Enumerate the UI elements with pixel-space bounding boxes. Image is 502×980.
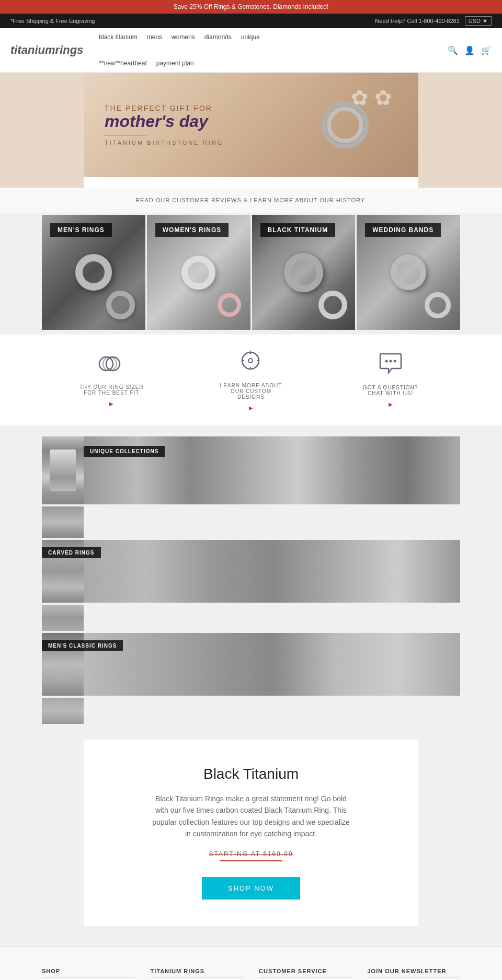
info-card-description: Black Titanium Rings make a great statem… <box>152 793 350 840</box>
svg-point-10 <box>385 360 387 363</box>
svg-point-4 <box>248 359 253 363</box>
reviews-text: READ OUR CUSTOMER REVIEWS & LEARN MORE A… <box>135 197 367 203</box>
logo[interactable]: titaniumrings <box>10 43 83 57</box>
hero-image: ✿ ✿ <box>293 83 397 167</box>
hero-pretitle: The Perfect Gift For <box>105 104 223 112</box>
promo-text: Save 25% Off Rings & Gemstones. Diamonds… <box>174 3 329 10</box>
search-button[interactable]: 🔍 <box>448 45 458 55</box>
feature-ring-sizer-arrow: ▶ <box>109 401 113 407</box>
custom-design-icon <box>239 349 263 377</box>
svg-point-3 <box>242 352 259 369</box>
hero-subtitle: Titanium Birthstone Ring <box>105 140 223 146</box>
shop-now-button[interactable]: SHOP NOW <box>202 877 300 900</box>
collection-unique-row: UNIQUE COLLECTIONS <box>42 436 460 504</box>
info-card-price: STARTING AT $169.99 <box>126 850 376 858</box>
footer-shop: SHOP Womens Mens Diamonds Unique Black T… <box>42 968 135 980</box>
free-shipping-text: *Free Shipping & Free Engraving <box>10 18 95 24</box>
vert-strip-2 <box>42 605 84 631</box>
feature-chat[interactable]: GOT A QUESTION? CHAT WITH US! ▶ <box>357 353 425 407</box>
footer-newsletter-heading: Join Our Newsletter <box>368 968 461 978</box>
footer-customer-service: CUSTOMER SERVICE Email Us FAQ Sizing Gui… <box>259 968 352 980</box>
phone-text: Need Help? Call 1-800-490-8281 <box>375 18 459 24</box>
features-row: TRY OUR RING SIZER FOR THE BEST FIT ▶ LE… <box>0 334 502 426</box>
feature-custom-arrow: ▶ <box>249 405 253 411</box>
footer-shop-heading: SHOP <box>42 968 135 978</box>
hero-ring-2 <box>327 107 363 143</box>
nav-heartbeat[interactable]: **new**heartbeat <box>99 60 146 67</box>
category-womens[interactable]: WOMEN'S RINGS <box>147 215 250 330</box>
info-card: Black Titanium Black Titanium Rings make… <box>84 740 418 926</box>
category-mens-label: MEN'S RINGS <box>50 223 112 237</box>
unique-collections-tag[interactable]: UNIQUE COLLECTIONS <box>84 446 165 457</box>
collections-section: UNIQUE COLLECTIONS CARVED RINGS MEN'S CL… <box>0 426 502 734</box>
nav-black-titanium[interactable]: black titanium <box>99 33 137 41</box>
category-black-titanium[interactable]: BLACK TITANIUM <box>252 215 356 330</box>
category-black-label: BLACK TITANIUM <box>260 223 336 237</box>
nav-links: black titanium mens womens diamonds uniq… <box>99 33 448 67</box>
feature-chat-arrow: ▶ <box>389 401 393 407</box>
vert-strip-1 <box>42 506 84 538</box>
footer-grid: SHOP Womens Mens Diamonds Unique Black T… <box>42 968 460 980</box>
vert-strip-3 <box>42 698 84 724</box>
hero-bottom-gap <box>84 177 418 188</box>
carved-tag-container: CARVED RINGS <box>42 545 101 558</box>
unique-image-strip <box>42 436 84 504</box>
ring-sizer-icon <box>98 353 124 379</box>
nav-diamonds[interactable]: diamonds <box>204 33 232 41</box>
collection-carved-row: CARVED RINGS <box>42 540 460 603</box>
account-button[interactable]: 👤 <box>464 45 475 55</box>
footer-tr-heading: TITANIUM RINGS <box>151 968 244 978</box>
feature-custom[interactable]: LEARN MORE ABOUT OUR CUSTOM DESIGNS ▶ <box>217 349 285 411</box>
nav-icons: 🔍 👤 🛒 <box>448 45 492 55</box>
category-grid: MEN'S RINGS WOMEN'S RINGS BLACK TITANIUM <box>0 215 502 330</box>
main-nav: titaniumrings black titanium mens womens… <box>0 28 502 73</box>
reviews-bar[interactable]: READ OUR CUSTOMER REVIEWS & LEARN MORE A… <box>0 188 502 213</box>
cart-button[interactable]: 🛒 <box>481 45 492 55</box>
classic-image-wide <box>84 633 460 696</box>
info-card-title: Black Titanium <box>126 766 376 782</box>
info-card-wrapper: Black Titanium Black Titanium Rings make… <box>0 734 502 947</box>
feature-ring-sizer[interactable]: TRY OUR RING SIZER FOR THE BEST FIT ▶ <box>77 353 145 407</box>
hero-divider <box>105 135 146 135</box>
carved-rings-tag[interactable]: CARVED RINGS <box>42 547 101 558</box>
footer-cs-heading: CUSTOMER SERVICE <box>259 968 352 978</box>
hero-banner: The Perfect Gift For mother's day Titani… <box>84 73 418 177</box>
svg-point-11 <box>389 360 392 363</box>
secondary-bar: *Free Shipping & Free Engraving Need Hel… <box>0 14 502 28</box>
nav-womens[interactable]: womens <box>172 33 195 41</box>
hero-ring-stack <box>314 94 376 156</box>
footer-titaniumrings: TITANIUM RINGS Our Workshop Our Story Co… <box>151 968 244 980</box>
nav-mens[interactable]: mens <box>147 33 162 41</box>
carved-image-wide <box>84 540 460 603</box>
category-wedding[interactable]: WEDDING BANDS <box>357 215 460 330</box>
collection-classic-row: MEN'S CLASSIC RINGS <box>42 633 460 696</box>
nav-unique[interactable]: unique <box>241 33 260 41</box>
chat-icon <box>378 353 403 379</box>
feature-ring-sizer-label: TRY OUR RING SIZER FOR THE BEST FIT <box>77 384 145 396</box>
svg-point-2 <box>103 357 117 371</box>
classic-tag-container: MEN'S CLASSIC RINGS <box>42 638 123 651</box>
category-womens-label: WOMEN'S RINGS <box>155 223 229 237</box>
feature-chat-label: GOT A QUESTION? CHAT WITH US! <box>357 385 425 396</box>
unique-tag-container: UNIQUE COLLECTIONS <box>84 444 165 457</box>
category-wedding-label: WEDDING BANDS <box>365 223 441 237</box>
currency-button[interactable]: USD ▼ <box>465 16 492 26</box>
classic-rings-tag[interactable]: MEN'S CLASSIC RINGS <box>42 640 123 651</box>
hero-text: The Perfect Gift For mother's day Titani… <box>105 104 223 146</box>
promo-bar: Save 25% Off Rings & Gemstones. Diamonds… <box>0 0 502 14</box>
nav-payment-plan[interactable]: payment plan <box>156 60 194 67</box>
hero-title: mother's day <box>105 112 223 131</box>
secondary-right: Need Help? Call 1-800-490-8281 USD ▼ <box>375 16 492 26</box>
footer: SHOP Womens Mens Diamonds Unique Black T… <box>0 947 502 980</box>
category-mens[interactable]: MEN'S RINGS <box>42 215 145 330</box>
svg-point-12 <box>393 360 396 363</box>
footer-newsletter: Join Our Newsletter Subscribe for the la… <box>368 968 461 980</box>
price-underline <box>220 860 282 861</box>
feature-custom-label: LEARN MORE ABOUT OUR CUSTOM DESIGNS <box>217 383 285 400</box>
